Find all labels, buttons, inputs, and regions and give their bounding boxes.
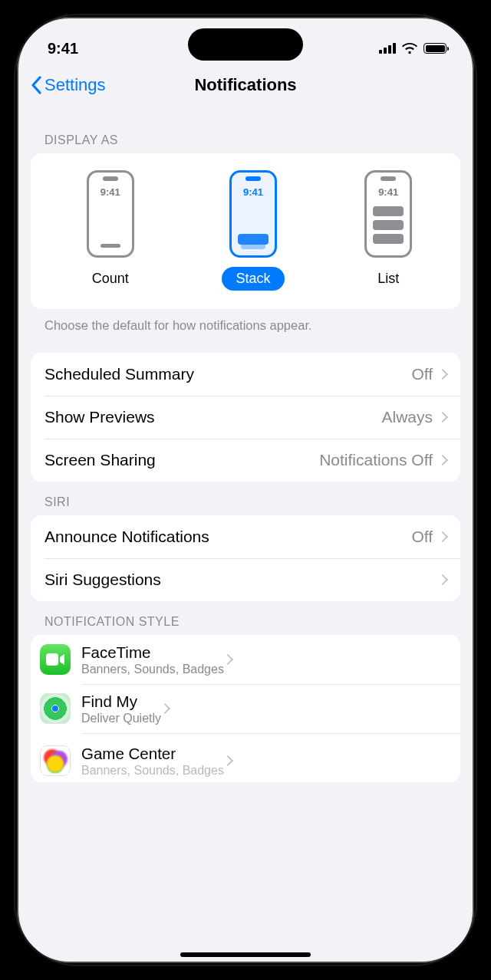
- chevron-right-icon: [222, 654, 233, 665]
- wifi-icon: [402, 43, 417, 54]
- app-sub: Banners, Sounds, Badges: [81, 764, 224, 778]
- row-siri-suggestions[interactable]: Siri Suggestions: [31, 558, 460, 601]
- cellular-icon: [379, 43, 396, 54]
- back-button[interactable]: Settings: [23, 75, 106, 95]
- chevron-right-icon: [437, 531, 448, 542]
- display-option-count-label: Count: [78, 267, 143, 291]
- app-name: Find My: [81, 692, 161, 711]
- chevron-right-icon: [437, 412, 448, 423]
- row-screen-sharing[interactable]: Screen Sharing Notifications Off: [31, 439, 460, 482]
- stack-glyph-icon: 9:41: [229, 170, 277, 258]
- gamecenter-icon: [40, 745, 71, 776]
- status-time: 9:41: [48, 40, 78, 58]
- display-option-stack[interactable]: 9:41 Stack: [222, 170, 284, 291]
- label: Siri Suggestions: [44, 571, 161, 589]
- back-label: Settings: [44, 75, 106, 95]
- siri-card: Announce Notifications Off Siri Suggesti…: [31, 515, 460, 601]
- app-row-facetime[interactable]: FaceTime Banners, Sounds, Badges: [31, 635, 460, 684]
- value: Always: [381, 408, 433, 426]
- general-settings-card: Scheduled Summary Off Show Previews Alwa…: [31, 353, 460, 482]
- display-option-list[interactable]: 9:41 List: [364, 170, 413, 291]
- chevron-right-icon: [222, 755, 233, 766]
- count-glyph-icon: 9:41: [87, 170, 134, 258]
- display-option-list-label: List: [364, 267, 413, 291]
- display-as-options: 9:41 Count 9:41 Stack: [31, 153, 460, 309]
- display-as-card: 9:41 Count 9:41 Stack: [31, 153, 460, 309]
- battery-icon: [423, 43, 447, 54]
- chevron-right-icon: [437, 574, 448, 585]
- dynamic-island: [188, 28, 303, 61]
- label: Announce Notifications: [44, 528, 209, 546]
- screen: 9:41 Settings Notifications DISPLAY AS 9…: [17, 17, 474, 963]
- row-show-previews[interactable]: Show Previews Always: [31, 396, 460, 439]
- status-indicators: [379, 43, 447, 54]
- display-as-footer: Choose the default for how notifications…: [31, 309, 460, 339]
- section-header-style: NOTIFICATION STYLE: [31, 601, 460, 635]
- chevron-left-icon: [31, 76, 41, 94]
- value: Off: [411, 528, 433, 546]
- row-announce-notifications[interactable]: Announce Notifications Off: [31, 515, 460, 558]
- app-row-gamecenter[interactable]: Game Center Banners, Sounds, Badges: [31, 733, 460, 782]
- chevron-right-icon: [437, 369, 448, 380]
- label: Scheduled Summary: [44, 365, 194, 383]
- display-option-count[interactable]: 9:41 Count: [78, 170, 143, 291]
- notification-style-card: FaceTime Banners, Sounds, Badges Find My…: [31, 635, 460, 782]
- section-header-siri: SIRI: [31, 482, 460, 515]
- display-option-stack-label: Stack: [222, 267, 284, 291]
- findmy-icon: [40, 693, 71, 724]
- value: Off: [411, 365, 433, 383]
- content-scroll[interactable]: DISPLAY AS 9:41 Count 9:41: [17, 106, 474, 782]
- app-name: Game Center: [81, 745, 224, 763]
- facetime-icon: [40, 644, 71, 675]
- app-row-findmy[interactable]: Find My Deliver Quietly: [31, 684, 460, 733]
- row-scheduled-summary[interactable]: Scheduled Summary Off: [31, 353, 460, 396]
- label: Show Previews: [44, 408, 155, 426]
- chevron-right-icon: [437, 455, 448, 465]
- label: Screen Sharing: [44, 451, 156, 469]
- svg-rect-0: [46, 653, 58, 666]
- app-sub: Deliver Quietly: [81, 712, 161, 725]
- list-glyph-icon: 9:41: [364, 170, 412, 258]
- chevron-right-icon: [160, 703, 170, 714]
- nav-header: Settings Notifications: [17, 64, 474, 106]
- app-sub: Banners, Sounds, Badges: [81, 663, 224, 676]
- app-name: FaceTime: [81, 643, 224, 662]
- section-header-display-as: DISPLAY AS: [31, 120, 460, 153]
- value: Notifications Off: [319, 451, 433, 469]
